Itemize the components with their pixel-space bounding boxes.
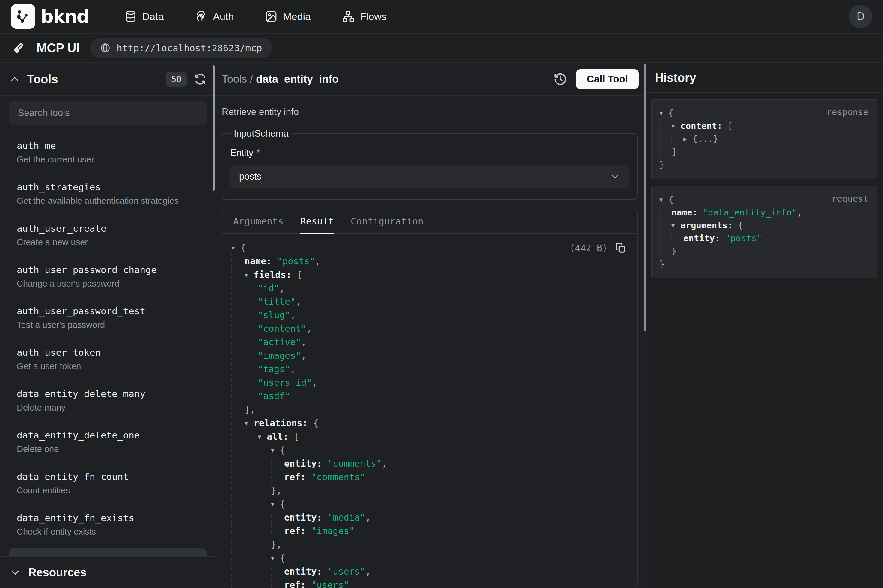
json-line: ▼relations: { [231,416,627,430]
tool-list-item[interactable]: auth_meGet the current user [9,134,207,170]
indent-guide [244,443,258,457]
json-key: name: [672,207,703,218]
json-punctuation: { [669,108,673,118]
bknd-logo[interactable]: bknd [11,4,89,29]
copy-button[interactable] [615,242,626,254]
call-tool-button[interactable]: Call Tool [576,69,639,89]
json-key: entity: [284,512,328,523]
copy-icon [615,242,626,254]
tool-name: data_entity_fn_exists [17,512,199,524]
tool-description: Delete many [17,402,199,413]
json-punctuation: , [382,458,387,469]
content-scrollbar[interactable] [644,64,646,331]
chevron-up-icon[interactable] [10,74,20,84]
tool-name: data_entity_delete_many [17,388,199,400]
json-string-value: "content" [258,323,307,334]
indent-guide [231,551,244,565]
nav-label: Auth [213,11,234,22]
tool-list-item[interactable]: auth_user_password_changeChange a user's… [9,258,207,294]
indent-guide [231,308,244,322]
json-line: ref: "comments" [231,470,627,484]
chevron-down-icon [610,171,620,182]
indent-guide [258,578,271,588]
json-line: entity: "comments", [231,457,627,470]
indent-guide [231,443,244,457]
result-card: Arguments Result Configuration (442 B) ▼… [222,208,637,586]
search-input[interactable] [18,108,198,118]
history-button[interactable] [553,72,567,86]
nav-label: Data [142,11,164,22]
json-line: name: "data_entity_info", [660,206,869,219]
input-schema-legend: InputSchema [231,128,292,139]
json-punctuation: [ [294,431,299,442]
tool-list-item[interactable]: data_entity_infoRetrieve entity info [9,548,207,556]
json-punctuation: , [290,364,295,374]
tab-arguments[interactable]: Arguments [233,209,283,233]
tool-list-item[interactable]: data_entity_delete_manyDelete many [9,382,207,418]
json-key: entity: [284,458,328,469]
tool-list-item[interactable]: data_entity_delete_oneDelete one [9,424,207,460]
collapse-toggle-icon[interactable]: ▼ [672,123,681,129]
indent-guide [231,497,244,511]
json-line: "active", [231,335,627,349]
collapse-toggle-icon[interactable]: ▼ [244,272,253,278]
resources-header[interactable]: Resources [0,556,216,588]
tool-name: auth_me [17,140,199,152]
indent-guide [244,578,258,588]
collapse-toggle-icon[interactable]: ▼ [660,110,669,116]
entity-select[interactable]: posts [230,165,629,188]
result-json-viewer: (442 B) ▼{name: "posts",▼fields: ["id","… [222,234,637,588]
breadcrumb-separator: / [247,73,256,85]
json-string-value: "tags" [258,364,290,374]
collapse-toggle-icon[interactable]: ▼ [231,244,240,251]
tool-list-item[interactable]: auth_user_password_testTest a user's pas… [9,300,207,336]
indent-guide [231,295,244,308]
collapse-toggle-icon[interactable]: ▼ [271,555,280,561]
mcp-url: http://localhost:28623/mcp [117,42,262,53]
sidebar-scrollbar[interactable] [213,65,214,190]
tool-list-item[interactable]: auth_user_createCreate a new user [9,217,207,253]
indent-guide [231,389,244,403]
user-avatar[interactable]: D [849,5,872,28]
indent-guide [231,457,244,470]
nav-item-flows[interactable]: Flows [342,10,387,23]
mcp-url-pill[interactable]: http://localhost:28623/mcp [90,38,271,58]
database-icon [124,10,137,23]
json-string-value: "posts" [726,233,762,243]
nav-item-auth[interactable]: Auth [195,10,234,23]
json-line: ▼{ [231,241,627,255]
collapse-toggle-icon[interactable]: ▼ [271,447,280,453]
history-entry-response[interactable]: response ▼{▼content: [▶{...}]} [651,99,877,179]
json-punctuation: , [312,377,318,388]
collapse-toggle-icon[interactable]: ▼ [271,501,280,507]
collapse-toggle-icon[interactable]: ▼ [258,434,267,440]
indent-guide [258,484,271,497]
tool-list-item[interactable]: auth_user_tokenGet a user token [9,341,207,377]
tool-detail-panel: Tools / data_entity_info Call Tool Retri… [216,63,646,588]
collapse-toggle-icon[interactable]: ▼ [672,222,681,229]
json-string-value: "users_id" [258,377,312,388]
result-meta: (442 B) [570,242,626,254]
indent-guide [231,470,244,484]
indent-guide [231,403,244,416]
breadcrumb-section[interactable]: Tools [222,73,247,85]
collapse-toggle-icon[interactable]: ▼ [244,420,253,426]
tool-list-item[interactable]: data_entity_fn_countCount entities [9,465,207,501]
tool-description: Test a user's password [17,320,199,330]
history-entry-request[interactable]: request ▼{name: "data_entity_info",▼argu… [651,186,877,278]
expand-toggle-icon[interactable]: ▶ [684,135,693,142]
tool-list-item[interactable]: data_entity_fn_existsCheck if entity exi… [9,507,207,543]
json-string-value: "title" [258,296,295,307]
refresh-button[interactable] [194,73,206,85]
collapse-toggle-icon[interactable]: ▼ [660,196,669,203]
tab-configuration[interactable]: Configuration [351,209,424,233]
nav-item-data[interactable]: Data [124,10,164,23]
nav-item-media[interactable]: Media [265,10,311,23]
tool-description: Delete one [17,444,199,454]
indent-guide [271,457,284,470]
tab-result[interactable]: Result [300,209,334,233]
indent-guide [258,524,271,538]
tool-list-item[interactable]: auth_strategiesGet the available authent… [9,176,207,212]
tool-description: Check if entity exists [17,526,199,537]
tool-description: Get the available authentication strateg… [17,195,199,206]
